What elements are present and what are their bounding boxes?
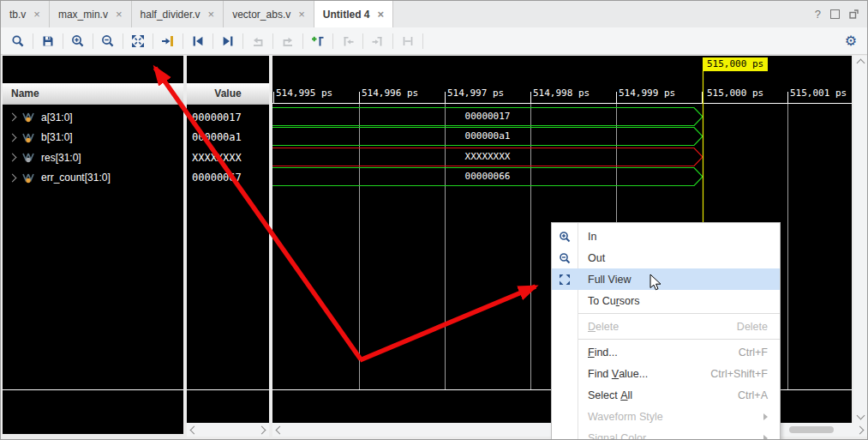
close-icon[interactable]: ×: [208, 9, 215, 20]
bus-signal-icon: [22, 172, 35, 184]
previous-marker-icon: [341, 34, 355, 48]
signal-row-a[interactable]: a[31:0]: [3, 107, 183, 127]
go-to-time-zero-icon: [251, 34, 265, 48]
menu-item-zoom-in[interactable]: In: [552, 226, 780, 247]
tab-untitled-4[interactable]: Untitled 4 ×: [314, 1, 393, 27]
tab-half-divider-v[interactable]: half_divider.v ×: [132, 1, 224, 27]
menu-item-waveform-style[interactable]: Waveform Style: [552, 406, 780, 427]
zoom-out-icon: [101, 34, 115, 48]
scroll-left-icon[interactable]: [190, 425, 199, 434]
float-window-icon[interactable]: [849, 9, 859, 19]
panel-divider-line: [3, 389, 183, 390]
bus-value-label: 00000017: [465, 111, 511, 122]
next-transition-button[interactable]: [216, 30, 240, 52]
zoom-fit-full-view-button[interactable]: [126, 30, 150, 52]
help-icon[interactable]: ?: [815, 9, 821, 20]
ruler-tick-label: 514,999 ps: [619, 87, 675, 99]
go-to-time-zero-button[interactable]: [246, 30, 270, 52]
signal-row-res[interactable]: res[31:0]: [3, 148, 183, 167]
expander-chevron-icon[interactable]: [9, 113, 17, 122]
wave-vertical-scrollbar[interactable]: [853, 56, 867, 423]
menu-item-to-cursors[interactable]: To Cursors: [552, 290, 780, 311]
signal-name-panel: Name a[31:0] b[31:0] res[31:0]: [3, 56, 183, 434]
ruler-tick-label: 515,001 ps: [790, 87, 847, 99]
next-marker-button[interactable]: [366, 30, 390, 52]
previous-marker-button[interactable]: [336, 30, 360, 52]
expander-chevron-icon[interactable]: [9, 154, 17, 162]
signal-row-err-count[interactable]: err_count[31:0]: [3, 168, 183, 188]
ruler-tick-label: 514,996 ps: [362, 87, 418, 99]
save-icon: [41, 34, 55, 48]
ruler-tick-label: 514,995 ps: [276, 87, 332, 99]
menu-separator: [578, 339, 780, 340]
scroll-left-icon[interactable]: [276, 425, 284, 434]
close-icon[interactable]: ×: [298, 9, 305, 20]
scroll-right-icon[interactable]: [856, 425, 865, 434]
previous-transition-icon: [191, 34, 205, 48]
maximize-icon[interactable]: [830, 9, 840, 19]
save-waveform-button[interactable]: [36, 30, 60, 52]
menu-item-find[interactable]: Find... Ctrl+F: [552, 341, 780, 363]
menu-item-select-all[interactable]: Select All Ctrl+A: [552, 384, 780, 406]
menu-item-zoom-out[interactable]: Out: [552, 247, 780, 268]
go-to-last-time-button[interactable]: [276, 30, 300, 52]
zoom-in-icon: [559, 231, 571, 243]
swap-cursors-button[interactable]: [396, 30, 420, 52]
scroll-down-icon[interactable]: [856, 412, 865, 420]
previous-transition-button[interactable]: [186, 30, 210, 52]
signal-value-panel: Value 00000017 000000a1 XXXXXXXX 0000006…: [187, 56, 269, 423]
menu-item-signal-color[interactable]: Signal Color: [552, 427, 780, 440]
search-button[interactable]: [6, 30, 30, 52]
scroll-up-icon[interactable]: [856, 59, 865, 68]
tab-label: Untitled 4: [323, 9, 370, 21]
tab-max-min-v[interactable]: max_min.v ×: [50, 1, 132, 27]
settings-gear-icon[interactable]: ⚙: [845, 33, 857, 49]
signal-row-b[interactable]: b[31:0]: [3, 128, 183, 148]
ruler-tick-label: 514,998 ps: [533, 87, 590, 99]
add-marker-icon: [311, 34, 325, 48]
menu-item-find-value[interactable]: Find Value... Ctrl+Shift+F: [552, 363, 780, 384]
wave-context-menu: In Out Full View To Cursors Delete: [551, 222, 781, 440]
bus-value-label: 000000a1: [465, 130, 511, 142]
menu-item-delete[interactable]: Delete Delete: [552, 316, 780, 337]
zoom-in-button[interactable]: [66, 30, 90, 52]
expander-chevron-icon[interactable]: [9, 133, 17, 142]
bus-value-label: XXXXXXXX: [465, 151, 511, 162]
value-row: XXXXXXXX: [187, 148, 269, 167]
close-icon[interactable]: ×: [378, 9, 385, 20]
tab-label: half_divider.v: [141, 9, 201, 21]
bus-value-label: 00000066: [465, 171, 511, 182]
zoom-out-icon: [559, 252, 571, 264]
add-marker-button[interactable]: [306, 30, 330, 52]
tab-bar: tb.v × max_min.v × half_divider.v × vect…: [1, 1, 867, 28]
window-buttons: ?: [815, 1, 859, 27]
expander-chevron-icon[interactable]: [9, 173, 17, 182]
values-horizontal-scrollbar[interactable]: [187, 423, 269, 437]
tab-tb-v[interactable]: tb.v ×: [1, 1, 50, 27]
value-row: 000000a1: [187, 128, 269, 148]
close-icon[interactable]: ×: [116, 9, 123, 20]
cursor-time-label[interactable]: 515,000 ps: [703, 57, 768, 71]
submenu-arrow-icon: [763, 413, 768, 420]
menu-separator: [578, 313, 780, 314]
close-icon[interactable]: ×: [33, 9, 40, 20]
tab-vector-abs-v[interactable]: vector_abs.v ×: [224, 1, 314, 27]
submenu-arrow-icon: [763, 435, 768, 440]
bus-signal-icon: [22, 132, 35, 143]
bus-signal-icon: [22, 152, 35, 163]
value-row: 00000067: [187, 168, 269, 188]
value-column-header[interactable]: Value: [187, 83, 269, 105]
wave-toolbar: ⚙: [1, 27, 867, 55]
tab-label: tb.v: [9, 9, 26, 21]
ruler-tick-label: 515,000 ps: [707, 87, 763, 99]
scrollbar-thumb[interactable]: [789, 426, 834, 433]
scroll-right-icon[interactable]: [258, 425, 266, 434]
menu-item-full-view[interactable]: Full View: [552, 268, 780, 290]
panel-divider-line: [187, 389, 269, 390]
name-column-header[interactable]: Name: [3, 83, 183, 105]
zoom-out-button[interactable]: [96, 30, 120, 52]
full-view-icon: [131, 34, 145, 48]
go-to-last-time-icon: [281, 34, 295, 48]
wave-window: tb.v × max_min.v × half_divider.v × vect…: [0, 0, 868, 440]
zoom-to-cursor-button[interactable]: [156, 30, 180, 52]
